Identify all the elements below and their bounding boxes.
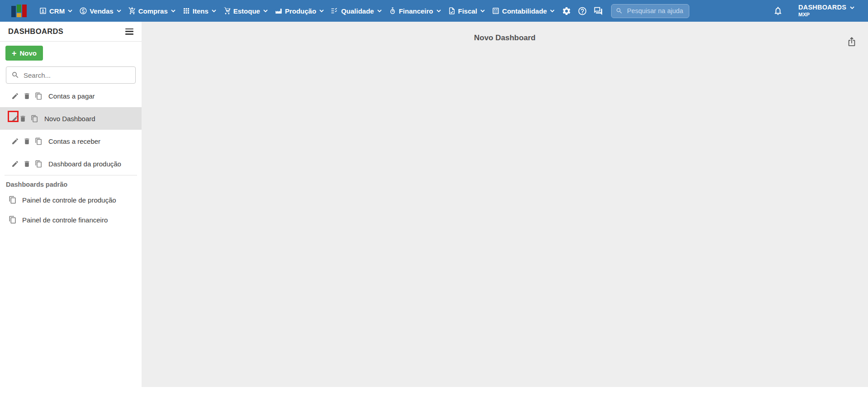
- main-content: Novo Dashboard: [142, 22, 868, 406]
- chevron-down-icon: [377, 9, 382, 13]
- chevron-down-icon: [171, 9, 175, 13]
- chevron-down-icon: [263, 9, 268, 13]
- account-menu[interactable]: DASHBOARDS MXP: [798, 4, 854, 18]
- edit-icon[interactable]: [11, 115, 19, 123]
- dashboard-label: Painel de controle financeiro: [22, 216, 108, 224]
- share-button[interactable]: [847, 37, 857, 48]
- top-navbar: CRM Vendas Compras Itens Estoque Produçã…: [0, 0, 868, 22]
- default-dashboards-title: Dashboards padrão: [0, 175, 142, 190]
- menu-crm[interactable]: CRM: [39, 7, 72, 15]
- edit-icon[interactable]: [11, 160, 19, 168]
- dashboard-row-novo-dashboard[interactable]: Novo Dashboard: [0, 107, 142, 130]
- dashboard-label: Contas a pagar: [48, 92, 95, 100]
- dashboard-canvas: Novo Dashboard: [142, 22, 868, 387]
- chevron-down-icon: [117, 9, 121, 13]
- topbar-action-icons: [562, 6, 603, 16]
- hamburger-icon[interactable]: [125, 28, 133, 35]
- new-dashboard-button[interactable]: + Novo: [5, 46, 43, 61]
- delete-icon[interactable]: [19, 115, 27, 123]
- dashboard-label: Painel de controle de produção: [22, 196, 116, 204]
- sidebar-search-input[interactable]: [6, 66, 136, 84]
- menu-contabilidade[interactable]: Contabilidade: [492, 7, 555, 15]
- duplicate-icon[interactable]: [31, 115, 38, 123]
- delete-icon[interactable]: [23, 137, 31, 145]
- chevron-down-icon: [850, 6, 854, 9]
- dashboard-list: Contas a pagar Novo Dashboard Contas a r…: [0, 85, 142, 175]
- search-icon: [616, 7, 623, 14]
- finance-icon: [389, 7, 397, 15]
- purchases-icon: [128, 7, 136, 15]
- new-dashboard-button-label: Novo: [20, 49, 37, 57]
- help-search-box: [611, 4, 689, 18]
- menu-qualidade[interactable]: Qualidade: [331, 7, 382, 15]
- default-dashboard-row-financeiro[interactable]: Painel de controle financeiro: [0, 210, 142, 230]
- menu-producao[interactable]: Produção: [275, 7, 324, 15]
- menu-vendas[interactable]: Vendas: [79, 7, 121, 15]
- dashboard-label: Contas a receber: [48, 137, 100, 145]
- duplicate-icon[interactable]: [35, 92, 43, 100]
- menu-label: CRM: [49, 7, 65, 15]
- chevron-down-icon: [550, 9, 555, 13]
- dashboard-row-contas-a-pagar[interactable]: Contas a pagar: [0, 85, 142, 107]
- menu-label: Compras: [138, 7, 168, 15]
- menu-label: Vendas: [90, 7, 114, 15]
- chevron-down-icon: [436, 9, 441, 13]
- menu-label: Qualidade: [341, 7, 374, 15]
- duplicate-icon[interactable]: [35, 137, 43, 145]
- accounting-icon: [492, 7, 500, 15]
- menu-estoque[interactable]: Estoque: [223, 7, 268, 15]
- sales-icon: [79, 7, 87, 15]
- menu-label: Fiscal: [458, 7, 478, 15]
- account-name: DASHBOARDS: [798, 4, 846, 11]
- delete-icon[interactable]: [23, 160, 31, 168]
- duplicate-icon[interactable]: [35, 160, 43, 168]
- menu-financeiro[interactable]: Financeiro: [389, 7, 441, 15]
- default-dashboard-row-producao[interactable]: Painel de controle de produção: [0, 190, 142, 210]
- menu-label: Estoque: [233, 7, 260, 15]
- chevron-down-icon: [68, 9, 72, 13]
- account-company: MXP: [798, 12, 854, 18]
- menu-label: Contabilidade: [502, 7, 547, 15]
- search-icon: [11, 71, 19, 79]
- menu-label: Financeiro: [399, 7, 433, 15]
- main-menu: CRM Vendas Compras Itens Estoque Produçã…: [39, 7, 555, 15]
- production-icon: [275, 7, 283, 15]
- edit-icon[interactable]: [11, 137, 19, 145]
- chevron-down-icon: [212, 9, 216, 13]
- dashboards-sidebar: DASHBOARDS + Novo Contas a pagar Novo Da…: [0, 22, 142, 406]
- bell-icon[interactable]: [773, 6, 783, 16]
- items-icon: [182, 7, 190, 15]
- duplicate-icon[interactable]: [9, 216, 17, 224]
- fiscal-icon: [448, 7, 456, 15]
- duplicate-icon[interactable]: [9, 196, 17, 204]
- menu-itens[interactable]: Itens: [182, 7, 216, 15]
- edit-icon[interactable]: [11, 92, 19, 100]
- menu-label: Produção: [285, 7, 316, 15]
- sidebar-title: DASHBOARDS: [8, 27, 63, 36]
- page-title: Novo Dashboard: [142, 22, 868, 42]
- quality-icon: [331, 7, 339, 15]
- chat-icon[interactable]: [593, 6, 603, 16]
- dashboard-label: Novo Dashboard: [44, 115, 95, 123]
- sidebar-header: DASHBOARDS: [0, 22, 142, 42]
- stock-icon: [223, 7, 231, 15]
- plus-icon: +: [12, 49, 17, 57]
- sidebar-search-box: [6, 66, 136, 84]
- delete-icon[interactable]: [23, 92, 31, 100]
- chevron-down-icon: [480, 9, 485, 13]
- dashboard-row-contas-a-receber[interactable]: Contas a receber: [0, 130, 142, 152]
- menu-label: Itens: [193, 7, 209, 15]
- help-icon[interactable]: [578, 6, 587, 16]
- dashboard-row-dashboard-da-producao[interactable]: Dashboard da produção: [0, 152, 142, 175]
- menu-compras[interactable]: Compras: [128, 7, 175, 15]
- settings-icon[interactable]: [562, 6, 571, 16]
- menu-fiscal[interactable]: Fiscal: [448, 7, 485, 15]
- share-icon: [847, 37, 857, 47]
- dashboard-label: Dashboard da produção: [48, 160, 121, 168]
- chevron-down-icon: [319, 9, 324, 13]
- crm-icon: [39, 7, 47, 15]
- app-logo[interactable]: [11, 5, 28, 17]
